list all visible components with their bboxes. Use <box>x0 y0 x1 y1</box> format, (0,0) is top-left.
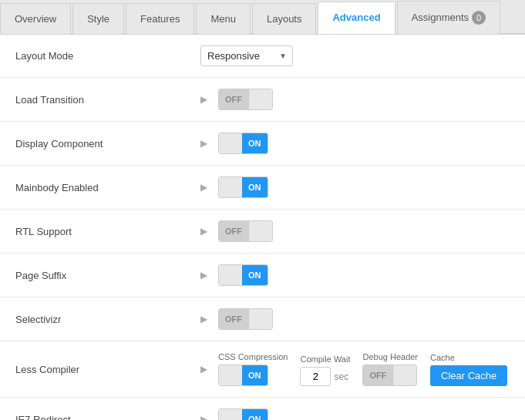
toggle-handle <box>219 177 242 197</box>
css-compression-control: ON <box>218 365 288 386</box>
row-less-compiler: Less Compiler▶CSS CompressionONCompile W… <box>0 341 525 398</box>
row-mainbody-enabled: Mainbody Enabled▶ON <box>0 166 525 210</box>
row-control-ie7-redirect: ▶ON <box>200 408 510 420</box>
toggle-selectivizr[interactable]: OFF <box>218 308 273 330</box>
row-rtl-support: RTL Support▶OFF <box>0 210 525 254</box>
toggle-off-label: OFF <box>219 89 249 109</box>
toggle-on-label: ON <box>242 409 268 420</box>
toggle-handle <box>219 365 242 385</box>
tab-overview[interactable]: Overview <box>0 3 71 34</box>
row-label-ie7-redirect: IE7 Redirect <box>15 414 200 421</box>
row-label-page-suffix: Page Suffix <box>15 270 200 281</box>
tab-layouts[interactable]: Layouts <box>252 3 317 34</box>
toggle-ie7-redirect[interactable]: ON <box>218 408 268 420</box>
toggle-on-label: ON <box>242 133 268 153</box>
compile-wait-label: Compile Wait <box>300 354 350 364</box>
row-chevron-icon: ▶ <box>200 94 207 105</box>
toggle-load-transition[interactable]: OFF <box>218 89 273 110</box>
toggle-mainbody-enabled[interactable]: ON <box>218 176 268 198</box>
debug-header-group: Debug HeaderOFF <box>362 352 418 386</box>
row-label-display-component: Display Component <box>15 138 200 150</box>
row-selectivizr: Selectivizr▶OFF <box>0 297 525 341</box>
tabs-bar: OverviewStyleFeaturesMenuLayoutsAdvanced… <box>0 0 525 35</box>
compile-wait-group: Compile Waitsec <box>300 354 350 386</box>
row-load-transition: Load Transition▶OFF <box>0 78 525 122</box>
row-control-layout-mode: ResponsiveFixedFluid▼ <box>200 45 510 66</box>
debug-header-label: Debug Header <box>362 352 418 361</box>
cache-control: Clear Cache <box>430 365 507 386</box>
row-chevron-icon: ▶ <box>200 364 207 375</box>
row-control-page-suffix: ▶ON <box>200 264 510 286</box>
toggle-handle <box>219 265 242 285</box>
dropdown-wrap-layout-mode: ResponsiveFixedFluid▼ <box>200 45 293 66</box>
row-display-component: Display Component▶ON <box>0 122 525 166</box>
less-compiler-controls: CSS CompressionONCompile WaitsecDebug He… <box>218 352 507 386</box>
css-compression-group: CSS CompressionON <box>218 352 288 386</box>
row-control-mainbody-enabled: ▶ON <box>200 176 510 198</box>
row-label-rtl-support: RTL Support <box>15 226 200 237</box>
row-control-less-compiler: ▶CSS CompressionONCompile WaitsecDebug H… <box>200 352 510 386</box>
row-control-display-component: ▶ON <box>200 133 510 154</box>
cache-group: CacheClear Cache <box>430 353 507 386</box>
toggle-on-label: ON <box>242 265 268 285</box>
toggle-handle <box>249 309 272 329</box>
compile-wait-control: sec <box>300 367 350 386</box>
compile-wait-input[interactable] <box>300 367 331 386</box>
toggle-off-label: OFF <box>219 309 249 329</box>
row-chevron-icon: ▶ <box>200 138 207 149</box>
tab-style[interactable]: Style <box>72 3 124 34</box>
toggle-on-label: ON <box>242 177 268 197</box>
row-chevron-icon: ▶ <box>200 226 207 237</box>
row-chevron-icon: ▶ <box>200 314 207 324</box>
toggle-page-suffix[interactable]: ON <box>218 264 268 286</box>
row-label-mainbody-enabled: Mainbody Enabled <box>15 182 200 193</box>
clear-cache-button[interactable]: Clear Cache <box>430 365 507 386</box>
row-label-layout-mode: Layout Mode <box>15 50 200 62</box>
row-control-rtl-support: ▶OFF <box>200 220 510 242</box>
tab-features[interactable]: Features <box>126 3 194 34</box>
row-ie7-redirect: IE7 Redirect▶ON <box>0 398 525 420</box>
toggle-debug-header[interactable]: OFF <box>362 365 417 386</box>
dropdown-layout-mode[interactable]: ResponsiveFixedFluid <box>200 45 293 66</box>
tab-advanced[interactable]: Advanced <box>318 2 395 34</box>
toggle-on-label: ON <box>242 365 268 385</box>
row-layout-mode: Layout ModeResponsiveFixedFluid▼ <box>0 35 525 78</box>
tab-menu[interactable]: Menu <box>196 3 251 34</box>
toggle-display-component[interactable]: ON <box>218 133 268 154</box>
row-label-less-compiler: Less Compiler <box>15 364 200 375</box>
toggle-rtl-support[interactable]: OFF <box>218 220 273 242</box>
toggle-less-compiler[interactable]: ON <box>218 365 268 386</box>
cache-label: Cache <box>430 353 507 362</box>
toggle-handle <box>219 409 242 420</box>
debug-header-control: OFF <box>362 365 418 386</box>
toggle-handle <box>249 89 272 109</box>
tab-assignments[interactable]: Assignments0 <box>397 1 500 34</box>
toggle-handle <box>219 133 242 153</box>
toggle-handle <box>393 365 416 385</box>
content-area: Layout ModeResponsiveFixedFluid▼Load Tra… <box>0 35 525 420</box>
row-control-selectivizr: ▶OFF <box>200 308 510 330</box>
toggle-handle <box>249 221 272 241</box>
row-control-load-transition: ▶OFF <box>200 89 510 110</box>
row-chevron-icon: ▶ <box>200 182 207 193</box>
toggle-off-label: OFF <box>363 365 393 385</box>
toggle-off-label: OFF <box>219 221 249 241</box>
row-chevron-icon: ▶ <box>200 414 207 420</box>
row-page-suffix: Page Suffix▶ON <box>0 254 525 297</box>
row-chevron-icon: ▶ <box>200 270 207 281</box>
compile-wait-unit: sec <box>334 371 348 382</box>
row-label-load-transition: Load Transition <box>15 94 200 106</box>
tab-badge-assignments: 0 <box>472 11 486 25</box>
row-label-selectivizr: Selectivizr <box>15 314 200 325</box>
css-compression-label: CSS Compression <box>218 352 288 361</box>
